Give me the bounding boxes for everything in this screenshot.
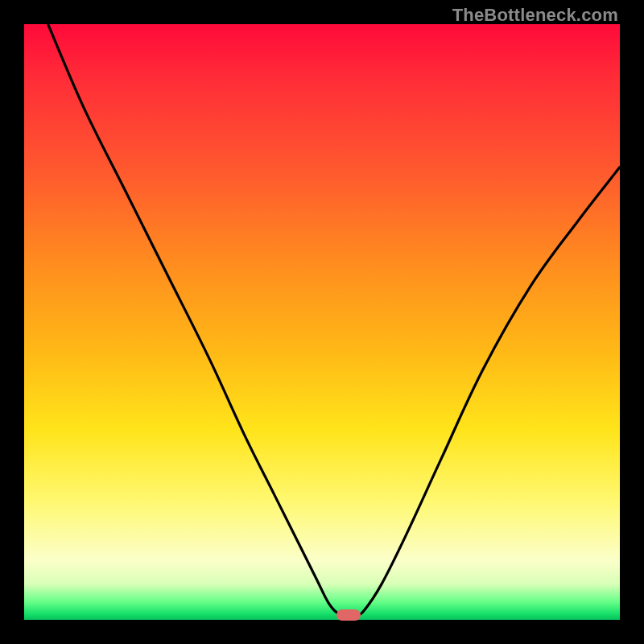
attribution-label: TheBottleneck.com — [452, 5, 618, 26]
plot-area — [24, 24, 620, 620]
chart-frame: TheBottleneck.com — [0, 0, 644, 644]
minimum-marker — [336, 609, 361, 621]
bottleneck-curve — [24, 24, 620, 620]
